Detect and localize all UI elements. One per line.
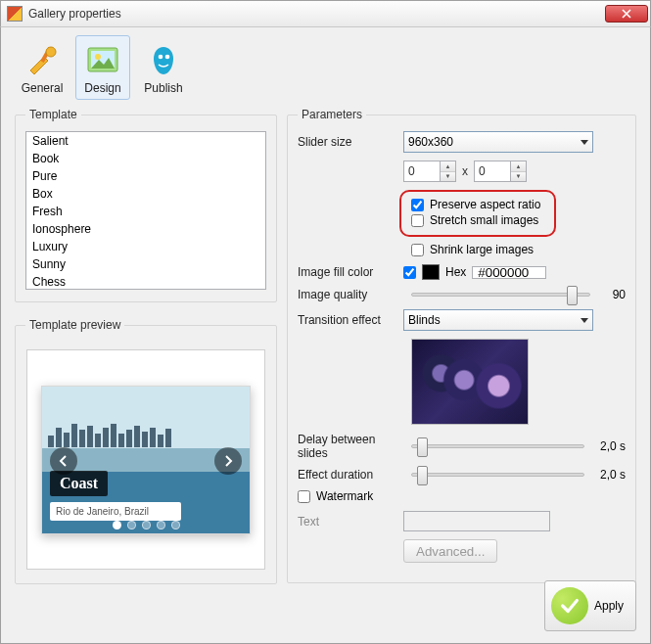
- tab-general[interactable]: General: [15, 35, 70, 100]
- svg-point-1: [46, 47, 56, 57]
- skyline-decoration: [48, 422, 244, 447]
- parameters-group: Parameters Slider size 960x360 0 ▲▼ x: [287, 108, 636, 583]
- slider-size-value: 960x360: [408, 135, 453, 149]
- spin-down-icon[interactable]: ▼: [511, 172, 526, 182]
- width-spinner[interactable]: 0 ▲▼: [403, 161, 456, 182]
- advanced-button: Advanced...: [403, 539, 497, 563]
- slide-dot[interactable]: [142, 521, 151, 529]
- list-item[interactable]: Ionosphere: [26, 220, 265, 238]
- shrink-checkbox[interactable]: [411, 244, 424, 256]
- advanced-label: Advanced...: [416, 544, 485, 559]
- apply-label: Apply: [594, 599, 624, 613]
- width-value: 0: [404, 164, 440, 178]
- template-list[interactable]: Salient Book Pure Box Fresh Ionosphere L…: [25, 131, 266, 290]
- x-separator: x: [462, 164, 468, 178]
- chevron-down-icon: [581, 140, 588, 145]
- delay-slider[interactable]: [411, 444, 584, 448]
- duration-value: 2,0 s: [592, 468, 626, 482]
- height-spinner[interactable]: 0 ▲▼: [474, 161, 527, 182]
- slide-dot[interactable]: [127, 521, 136, 529]
- slide-dot[interactable]: [171, 521, 180, 529]
- chevron-right-icon: [223, 455, 233, 467]
- slider-size-select[interactable]: 960x360: [403, 131, 593, 153]
- slider-thumb[interactable]: [567, 286, 578, 305]
- tab-design[interactable]: Design: [75, 35, 130, 100]
- fill-color-checkbox[interactable]: [403, 266, 416, 279]
- preview-slide: Coast Rio de Janeiro, Brazil: [41, 386, 251, 534]
- spin-down-icon[interactable]: ▼: [441, 172, 455, 182]
- transition-preview-image: [411, 339, 529, 425]
- list-item[interactable]: Sunny: [26, 255, 265, 273]
- apply-button[interactable]: Apply: [544, 580, 636, 631]
- tools-icon: [24, 43, 60, 78]
- slide-caption: Rio de Janeiro, Brazil: [50, 502, 181, 521]
- preview-group: Template preview Coast Rio de Jan: [15, 318, 277, 584]
- next-slide-button[interactable]: [214, 447, 242, 475]
- slide-dot[interactable]: [113, 521, 121, 529]
- list-item[interactable]: Fresh: [26, 203, 265, 220]
- tab-design-label: Design: [84, 81, 120, 95]
- duration-slider[interactable]: [411, 473, 584, 477]
- picture-icon: [85, 43, 120, 78]
- list-item[interactable]: Chess: [26, 273, 265, 290]
- stretch-checkbox[interactable]: [411, 214, 424, 227]
- spin-up-icon[interactable]: ▲: [441, 161, 455, 172]
- check-icon: [551, 587, 588, 624]
- chevron-down-icon: [581, 318, 588, 323]
- publish-icon: [146, 43, 181, 78]
- preview-box: Coast Rio de Janeiro, Brazil: [26, 349, 265, 570]
- slide-title-badge: Coast: [50, 471, 108, 496]
- list-item[interactable]: Pure: [26, 167, 265, 185]
- parameters-legend: Parameters: [298, 108, 366, 121]
- preserve-aspect-checkbox[interactable]: [411, 199, 424, 211]
- duration-label: Effect duration: [298, 468, 403, 482]
- height-value: 0: [475, 164, 510, 178]
- tab-publish[interactable]: Publish: [136, 35, 191, 100]
- slider-thumb[interactable]: [417, 466, 428, 485]
- quality-label: Image quality: [298, 288, 403, 301]
- titlebar: Gallery properties: [0, 0, 651, 27]
- hex-label: Hex: [445, 265, 466, 279]
- list-item[interactable]: Box: [26, 185, 265, 203]
- list-item[interactable]: Salient: [26, 132, 265, 150]
- tab-publish-label: Publish: [144, 81, 182, 95]
- spin-up-icon[interactable]: ▲: [511, 161, 526, 172]
- chevron-left-icon: [59, 455, 69, 467]
- app-icon: [7, 6, 23, 22]
- shrink-label[interactable]: Shrink large images: [430, 243, 534, 256]
- transition-value: Blinds: [408, 313, 441, 327]
- tab-general-label: General: [22, 81, 64, 95]
- svg-point-5: [159, 55, 163, 60]
- slider-thumb[interactable]: [417, 437, 428, 457]
- slide-dot[interactable]: [157, 521, 165, 529]
- svg-point-6: [165, 55, 170, 60]
- quality-slider[interactable]: [411, 293, 590, 297]
- toolbar: General Design Publish: [9, 33, 642, 104]
- hex-input[interactable]: [472, 266, 546, 279]
- watermark-text-input: [403, 511, 550, 531]
- highlighted-options: Preserve aspect ratio Stretch small imag…: [399, 190, 556, 237]
- svg-point-4: [95, 54, 101, 60]
- window-body: General Design Publish Template: [0, 27, 651, 644]
- transition-label: Transition effect: [298, 313, 403, 327]
- watermark-label[interactable]: Watermark: [316, 489, 373, 503]
- stretch-label[interactable]: Stretch small images: [430, 213, 538, 227]
- preserve-aspect-label[interactable]: Preserve aspect ratio: [430, 198, 540, 211]
- close-icon: [622, 9, 631, 19]
- list-item[interactable]: Luxury: [26, 238, 265, 255]
- delay-value: 2,0 s: [592, 439, 626, 453]
- slide-dots: [42, 521, 250, 529]
- color-swatch[interactable]: [422, 264, 440, 280]
- transition-select[interactable]: Blinds: [403, 309, 593, 331]
- text-label: Text: [298, 515, 403, 529]
- quality-value: 90: [598, 288, 626, 301]
- template-group: Template Salient Book Pure Box Fresh Ion…: [15, 108, 277, 302]
- fill-color-label: Image fill color: [298, 265, 403, 279]
- watermark-checkbox[interactable]: [298, 490, 310, 503]
- template-legend: Template: [25, 108, 81, 121]
- preview-legend: Template preview: [25, 318, 124, 332]
- delay-label: Delay between slides: [298, 433, 403, 460]
- list-item[interactable]: Book: [26, 150, 265, 167]
- close-button[interactable]: [605, 5, 648, 23]
- slider-size-label: Slider size: [298, 135, 403, 149]
